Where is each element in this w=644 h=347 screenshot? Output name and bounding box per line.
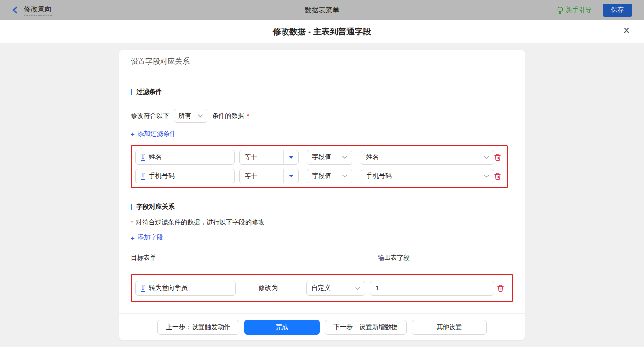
plus-icon: + (131, 234, 135, 242)
filter-field-input-wrap: T (135, 150, 235, 165)
modify-to-label: 修改为 (259, 284, 278, 292)
mapping-description: 对符合过滤条件的数据，进行以下字段的修改 (136, 218, 264, 227)
chevron-down-icon (198, 114, 203, 118)
modal-body: 设置字段对应关系 过滤条件 修改符合以下 所有 条件的数据 * (0, 43, 644, 347)
filter-section-title-text: 过滤条件 (136, 88, 162, 96)
column-header-target-form: 目标表单 (131, 254, 378, 262)
mapping-column-headers: 目标表单 输出表字段 (131, 254, 513, 262)
section-bar (131, 204, 132, 210)
beginner-guide-link[interactable]: 新手引导 (557, 6, 592, 14)
operator-caret-zone[interactable] (283, 169, 298, 183)
chevron-left-icon[interactable] (12, 6, 18, 14)
operator-select[interactable]: 等于 (239, 169, 299, 183)
mapping-description-row: * 对符合过滤条件的数据，进行以下字段的修改 (131, 218, 513, 227)
section-bar (131, 89, 132, 95)
other-settings-button[interactable]: 其他设置 (412, 320, 487, 335)
delete-row-icon[interactable] (497, 284, 504, 292)
caret-down-icon (289, 156, 293, 159)
filter-rows-highlight-box: T 等于 字段值 姓名 (131, 145, 508, 188)
operator-caret-zone[interactable] (283, 150, 298, 164)
text-field-icon: T (141, 154, 145, 161)
back-label[interactable]: 修改意向 (24, 5, 52, 16)
chevron-down-icon (355, 287, 360, 290)
value-type-select[interactable]: 字段值 (307, 150, 352, 165)
delete-row-icon[interactable] (494, 154, 501, 161)
column-header-output-field: 输出表字段 (378, 254, 410, 262)
topbar-back[interactable]: 修改意向 (12, 5, 52, 16)
value-field-value: 手机号码 (366, 172, 391, 180)
match-condition-row: 修改符合以下 所有 条件的数据 * (131, 109, 513, 123)
value-field-select[interactable]: 手机号码 (361, 169, 494, 183)
mapping-section-title-text: 字段对应关系 (136, 203, 175, 211)
next-step-button[interactable]: 下一步：设置新增数据 (325, 320, 407, 335)
card-footer: 上一步：设置触发动作 完成 下一步：设置新增数据 其他设置 (119, 313, 525, 340)
add-field-label: 添加字段 (138, 233, 163, 242)
settings-card: 设置字段对应关系 过滤条件 修改符合以下 所有 条件的数据 * (119, 50, 525, 340)
done-button[interactable]: 完成 (244, 320, 320, 335)
filter-section-title: 过滤条件 (131, 88, 513, 96)
match-type-value: 所有 (178, 112, 191, 120)
filter-row: T 等于 字段值 手机号码 (135, 169, 507, 183)
custom-value-input[interactable] (375, 284, 489, 292)
operator-value: 等于 (240, 172, 283, 180)
text-field-icon: T (141, 172, 145, 180)
caret-down-icon (289, 175, 293, 177)
prev-step-button[interactable]: 上一步：设置触发动作 (157, 320, 239, 335)
screen: 修改意向 数据表菜单 新手引导 保存 修改数据 - 主表到普通字段 ✕ 设置字段… (0, 0, 644, 347)
mapping-row: T 修改为 自定义 (135, 281, 512, 296)
page-title: 数据表菜单 (0, 6, 644, 15)
plus-icon: + (131, 130, 135, 138)
chevron-down-icon (342, 175, 347, 178)
lightbulb-icon (557, 6, 564, 14)
mapping-section-title: 字段对应关系 (131, 203, 513, 211)
text-field-icon: T (141, 284, 145, 292)
value-field-value: 姓名 (366, 153, 379, 161)
custom-value-input-wrap (370, 281, 494, 296)
filter-field-input-wrap: T (135, 169, 235, 183)
required-mark: * (131, 219, 133, 226)
delete-row-icon[interactable] (494, 172, 501, 180)
topbar: 修改意向 数据表菜单 新手引导 保存 (0, 0, 644, 20)
modal-title: 修改数据 - 主表到普通字段 (273, 26, 371, 37)
target-field-input[interactable] (149, 284, 230, 292)
column-divider (131, 267, 513, 267)
chevron-down-icon (484, 156, 489, 159)
operator-value: 等于 (240, 153, 283, 161)
value-type-select[interactable]: 字段值 (307, 169, 352, 183)
filter-row: T 等于 字段值 姓名 (135, 150, 507, 165)
value-type-value: 字段值 (312, 153, 331, 161)
mapping-row-highlight-box: T 修改为 自定义 (131, 274, 513, 302)
save-button[interactable]: 保存 (603, 4, 632, 17)
target-field-input-wrap: T (135, 281, 236, 296)
output-type-value: 自定义 (311, 284, 331, 292)
chevron-down-icon (342, 156, 347, 159)
add-filter-condition-link[interactable]: + 添加过滤条件 (131, 130, 176, 138)
chevron-down-icon (484, 175, 489, 178)
topbar-actions: 新手引导 保存 (557, 4, 632, 17)
add-field-link[interactable]: + 添加字段 (131, 233, 163, 242)
card-content: 过滤条件 修改符合以下 所有 条件的数据 * + 添加过滤条件 (119, 73, 525, 313)
modal-header: 修改数据 - 主表到普通字段 ✕ (0, 20, 644, 43)
match-prefix: 修改符合以下 (131, 112, 169, 120)
value-type-value: 字段值 (312, 172, 331, 180)
output-type-select[interactable]: 自定义 (306, 281, 365, 296)
filter-field-input[interactable] (149, 154, 230, 161)
add-filter-condition-label: 添加过滤条件 (138, 130, 176, 138)
required-mark: * (247, 113, 249, 119)
operator-select[interactable]: 等于 (239, 150, 299, 165)
beginner-guide-label: 新手引导 (566, 6, 592, 14)
close-icon[interactable]: ✕ (623, 26, 630, 35)
match-suffix: 条件的数据 (212, 112, 244, 120)
card-header: 设置字段对应关系 (119, 50, 525, 73)
value-field-select[interactable]: 姓名 (361, 150, 494, 165)
filter-field-input[interactable] (149, 172, 230, 180)
match-type-select[interactable]: 所有 (174, 109, 207, 123)
